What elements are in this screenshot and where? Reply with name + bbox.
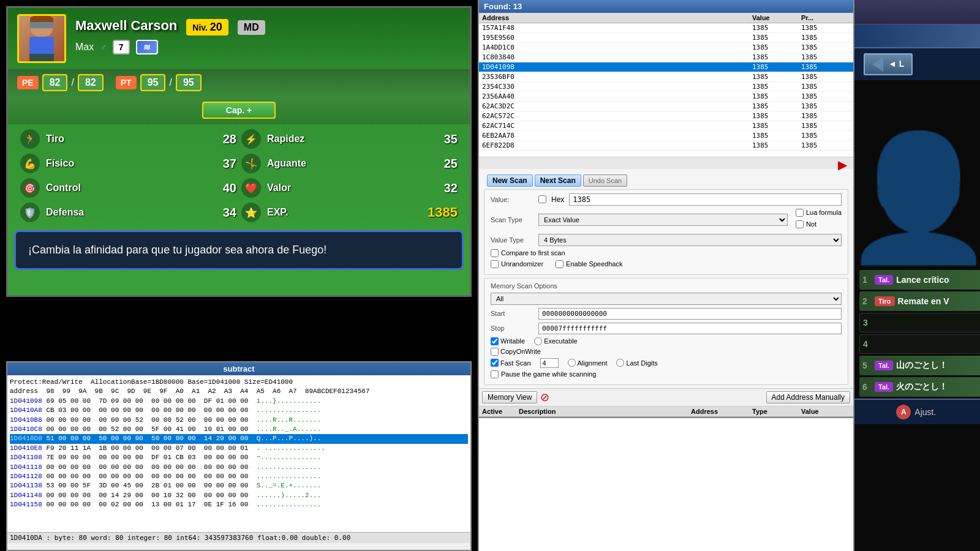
- skill-exp: ⭐ EXP. 1385: [241, 203, 458, 222]
- addr-row-7[interactable]: 2356AA4013851385: [479, 92, 853, 102]
- start-addr-input[interactable]: [538, 308, 842, 320]
- skill-6-name: 火のごとし！: [896, 381, 980, 392]
- hex-line-2: 1D0410B8 00 00 00 00 00 00 00 52 00 00 5…: [10, 416, 468, 425]
- addr-table-panel: [479, 417, 853, 552]
- fastscan-checkbox[interactable]: [491, 359, 499, 367]
- stop-icon[interactable]: ⊘: [540, 391, 549, 404]
- value-input[interactable]: [569, 193, 842, 206]
- value-type-select[interactable]: 4 Bytes 2 Bytes 1 Byte Float Double: [538, 234, 842, 246]
- hex-line-1: 1D0410A8 CB 03 00 00 00 00 00 00 00 00 0…: [10, 406, 468, 415]
- new-scan-button[interactable]: New Scan: [487, 174, 533, 187]
- pe-current: 82: [42, 74, 68, 91]
- skill-2-badge: Tiro: [875, 296, 895, 306]
- add-manually-button[interactable]: Add Address Manually: [766, 391, 850, 403]
- skill-6-badge: Tal.: [875, 382, 893, 392]
- settings-bar: ⚙ Settings: [854, 0, 980, 24]
- fisico-icon: 💪: [20, 154, 40, 173]
- skills-grid: 🏃 Tiro 28 ⚡ Rapidez 35 💪 Físico 37 🤸 Agu…: [8, 124, 470, 227]
- dialog-text: ¡Cambia la afinidad para que tu jugador …: [28, 241, 450, 259]
- skill-control: 🎯 Control 40: [20, 178, 236, 198]
- memory-scan-section: Memory Scan Options All Custom Start Sto…: [484, 278, 848, 385]
- ce-title-bar: Found: 13: [479, 0, 853, 13]
- stats-bar: PE 82 / 82 PT 95 / 95: [8, 69, 470, 96]
- value-section: Value: Hex Scan Type Exact Value Bigger …: [484, 189, 848, 275]
- hex-checkbox[interactable]: [538, 195, 546, 203]
- red-arrow-indicator: ▶: [838, 157, 847, 172]
- st-skill-5[interactable]: 5 Tal. 山のごとし！: [859, 356, 980, 375]
- md-badge: MD: [238, 20, 265, 35]
- alignment-radio[interactable]: [568, 359, 576, 367]
- st-skill-6[interactable]: 6 Tal. 火のごとし！: [859, 377, 980, 397]
- player-name: Maxwell Carson: [75, 18, 177, 34]
- addr-row-4-selected[interactable]: 1D04109813851385: [479, 62, 853, 72]
- game-panel: Maxwell Carson Niv. 20 MD Max ♂ 7 ≋: [0, 0, 478, 551]
- pe-label: PE: [17, 76, 39, 89]
- hex-addr-info: address 98 99 9A 9B 9C 9D 9E 9F A0 A1 A2…: [10, 387, 468, 396]
- addr-row-11[interactable]: 6EB2AA7813851385: [479, 131, 853, 141]
- skill-5-badge: Tal.: [875, 361, 893, 370]
- defensa-icon: 🛡️: [20, 203, 40, 222]
- fastscan-value[interactable]: [540, 358, 559, 368]
- ce-scan-left: New Scan Next Scan Undo Scan Value: Hex …: [484, 172, 848, 385]
- speedhack-checkbox[interactable]: [556, 260, 564, 268]
- hex-line-11: 1D041158 00 00 00 00 00 02 00 00 13 00 0…: [10, 500, 468, 509]
- game-btn-ajust[interactable]: A Ajust.: [896, 405, 936, 419]
- next-scan-button[interactable]: Next Scan: [535, 174, 581, 187]
- dialog-box: ¡Cambia la afinidad para que tu jugador …: [14, 230, 464, 270]
- pt-max: 95: [176, 74, 202, 91]
- compare-first-checkbox[interactable]: [491, 249, 499, 257]
- undo-scan-button[interactable]: Undo Scan: [583, 174, 627, 187]
- player-info: Maxwell Carson Niv. 20 MD Max ♂ 7 ≋: [66, 18, 461, 59]
- addr-row-2[interactable]: 1A4DD1C013851385: [479, 43, 853, 53]
- copyonwrite-checkbox[interactable]: [491, 348, 499, 356]
- addr-row-6[interactable]: 2354C33013851385: [479, 82, 853, 92]
- st-skill-3[interactable]: 3: [859, 313, 980, 332]
- pt-current: 95: [140, 74, 166, 91]
- st-skill-4[interactable]: 4: [859, 334, 980, 354]
- executable-radio[interactable]: [534, 337, 542, 345]
- level-badge: Niv. 20: [186, 19, 228, 36]
- st-nav-bar: ◄ L Max R ►: [854, 48, 980, 80]
- cap-button[interactable]: Cap. +: [202, 102, 276, 119]
- pt-label: PT: [116, 76, 137, 89]
- hex-body[interactable]: Protect:Read/Write AllocationBase=1BD800…: [7, 375, 470, 532]
- st-skills-list: 1 Tal. Lance crítico 2 Tiro Remate en V …: [854, 270, 980, 397]
- addr-row-0[interactable]: 157A1F4813851385: [479, 23, 853, 33]
- st-bottom-bar: A Ajust. Y Opciones B Salir: [854, 399, 980, 424]
- address-list[interactable]: 157A1F4813851385 195E956013851385 1A4DD1…: [479, 23, 853, 157]
- st-skill-2[interactable]: 2 Tiro Remate en V ⚡ 49: [859, 291, 980, 311]
- st-nav-left-button[interactable]: ◄ L: [864, 53, 913, 75]
- level-box: 7: [113, 40, 130, 54]
- unrandomizer-checkbox[interactable]: [491, 260, 499, 268]
- scan-type-select[interactable]: Exact Value Bigger than... Smaller than.…: [538, 214, 788, 226]
- ce-found-label: Found: 13: [484, 2, 522, 11]
- addr-row-12[interactable]: 6EF822D813851385: [479, 141, 853, 151]
- addr-row-1[interactable]: 195E956013851385: [479, 33, 853, 43]
- stop-addr-input[interactable]: [538, 323, 842, 334]
- hex-status: 1D0410DA : byte: 80 word: 80 integer: 80…: [7, 532, 470, 543]
- addr-row-8[interactable]: 62AC3D2C13851385: [479, 102, 853, 111]
- not-checkbox[interactable]: [796, 220, 804, 228]
- addr-row-5[interactable]: 23536BF013851385: [479, 72, 853, 82]
- rapidez-icon: ⚡: [241, 129, 261, 149]
- avatar-head: [31, 17, 53, 37]
- pt-group: PT 95 / 95: [116, 74, 202, 91]
- memory-scan-select[interactable]: All Custom: [491, 293, 842, 305]
- skill-aguante: 🤸 Aguante 25: [241, 154, 458, 173]
- valor-icon: ❤️: [241, 178, 261, 198]
- skill-2-name: Remate en V: [898, 296, 980, 306]
- memory-view-button[interactable]: Memory View: [482, 391, 537, 403]
- hex-line-0: 1D041098 69 05 00 00 7D 09 00 00 00 00 0…: [10, 397, 468, 406]
- game-header: Maxwell Carson Niv. 20 MD Max ♂ 7 ≋: [8, 8, 470, 69]
- writable-checkbox[interactable]: [491, 337, 499, 345]
- pause-game-checkbox[interactable]: [491, 370, 499, 378]
- st-skill-1[interactable]: 1 Tal. Lance crítico: [859, 270, 980, 290]
- lastdigits-radio[interactable]: [616, 359, 624, 367]
- lua-formula-checkbox[interactable]: [796, 209, 804, 217]
- exp-icon: ⭐: [241, 203, 261, 222]
- addr-row-3[interactable]: 1C80384013851385: [479, 53, 853, 62]
- addr-row-10[interactable]: 62AC714C13851385: [479, 121, 853, 131]
- supertecnicas-game-panel: ⚙ Settings Supertécnicas ◄ L Max R ► 👤: [854, 0, 980, 551]
- addr-row-9[interactable]: 62AC572C13851385: [479, 111, 853, 121]
- hex-line-8: 1D041128 00 00 00 00 00 00 00 00 00 00 0…: [10, 472, 468, 481]
